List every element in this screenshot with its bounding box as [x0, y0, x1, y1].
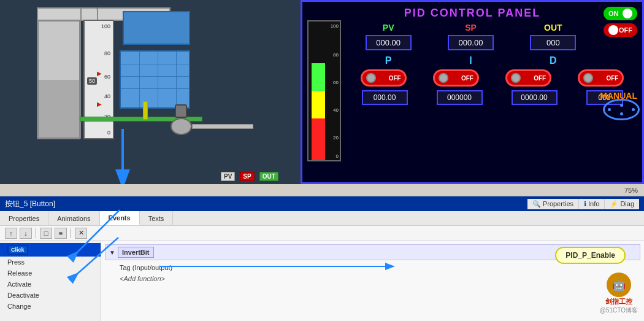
pipe-yellow — [143, 101, 148, 120]
logo-text-1: 剑指工控 — [605, 297, 632, 306]
bar-graph: 100 80 60 40 20 0 — [307, 20, 341, 161]
toolbar-copy-btn[interactable]: □ — [40, 228, 52, 239]
pid-pid-headers-row: P I D — [347, 55, 637, 66]
pid-enable-box: PID_P_Enable — [555, 247, 626, 264]
pipe-top2 — [37, 7, 82, 21]
tab-texts[interactable]: Texts — [140, 211, 174, 225]
bottom-panel: 75% 按钮_5 [Button] 🔍 Properties ℹ Info ⚡ … — [0, 184, 644, 321]
zoom-level: 75% — [624, 187, 638, 194]
hmi-screen-1 — [123, 11, 190, 45]
valve-actuator — [175, 104, 187, 118]
tank-body — [37, 20, 81, 139]
d-bottom-value[interactable]: 0000.00 — [512, 90, 558, 105]
p-btn-label: OFF — [389, 75, 401, 82]
p-bottom-value[interactable]: 000.00 — [362, 90, 408, 105]
on-toggle[interactable]: ON — [604, 7, 637, 20]
tree-collapse-arrow[interactable]: ▼ — [109, 249, 115, 256]
logo-icon: 🤖 — [607, 273, 631, 297]
sp-header: SP — [446, 23, 495, 33]
off-toggle-circle — [608, 25, 618, 35]
off-toggle[interactable]: OFF — [604, 23, 637, 37]
out-label: OUT — [259, 172, 278, 181]
toolbar-up-btn[interactable]: ↑ — [5, 228, 17, 239]
events-content-area: Click Press Release Activate Deactivate … — [0, 241, 644, 321]
info-right-tab[interactable]: ℹ Info — [578, 199, 604, 209]
diag-right-tab[interactable]: ⚡ Diag — [604, 199, 639, 209]
logo-text-2: @51CTO博客 — [600, 306, 638, 315]
hmi-pv-sp-out-labels: PV SP OUT — [221, 172, 278, 181]
p-btn-circle — [366, 73, 376, 83]
out-value[interactable]: 000 — [530, 35, 576, 50]
tag-arrow — [159, 260, 417, 273]
hmi-area: 100 80 60 ▶ ▶ 40 50 20 0 — [0, 0, 644, 184]
release-label: Release — [7, 269, 32, 277]
sp-value[interactable]: 000.00 — [448, 35, 494, 50]
change-label: Change — [7, 303, 31, 310]
toolbar-separator-1 — [36, 228, 36, 238]
diag-right-label: Diag — [620, 200, 634, 207]
event-release[interactable]: Release — [0, 268, 101, 279]
event-click[interactable]: Click — [0, 243, 101, 257]
hmi-screen-2 — [120, 50, 190, 109]
events-main-content: ▼ InvertBit Tag (Input/output) <Add func… — [101, 241, 644, 321]
valve-body — [171, 118, 192, 135]
on-toggle-circle — [623, 9, 632, 18]
logo-area: 🤖 剑指工控 @51CTO博客 — [600, 273, 638, 315]
tab-animations[interactable]: Animations — [48, 211, 99, 225]
p-button[interactable]: OFF — [361, 69, 407, 87]
sp-label: SP — [240, 172, 254, 181]
on-toggle-label: ON — [608, 10, 619, 17]
event-change[interactable]: Change — [0, 301, 101, 312]
i-label: I — [448, 55, 494, 66]
element-title-bar: 按钮_5 [Button] 🔍 Properties ℹ Info ⚡ Diag — [0, 196, 644, 211]
activate-label: Activate — [7, 280, 31, 288]
pipe-elbow — [80, 7, 98, 21]
event-activate[interactable]: Activate — [0, 279, 101, 290]
i-bottom-value[interactable]: 000000 — [437, 90, 483, 105]
props-tabs-bar: Properties Animations Events Texts — [0, 211, 644, 226]
tab-events[interactable]: Events — [100, 211, 140, 225]
i-btn-circle — [439, 73, 448, 83]
pv-value[interactable]: 000.00 — [366, 35, 412, 50]
toolbar-delete-btn[interactable]: ✕ — [75, 228, 87, 239]
pipe-after-valve — [192, 124, 253, 129]
press-label: Press — [7, 258, 25, 266]
off-toggle-label: OFF — [619, 26, 632, 34]
manual-button[interactable]: OFF — [578, 69, 624, 87]
tab-properties[interactable]: Properties — [0, 211, 48, 225]
p-label: P — [366, 55, 412, 66]
pid-buttons-row: OFF OFF OFF OFF — [347, 69, 637, 87]
d-label: D — [530, 55, 576, 66]
pid-bottom-values-row: 000.00 000000 0000.00 000 — [347, 90, 637, 105]
toolbar-paste-btn[interactable]: ≡ — [55, 228, 67, 239]
click-icon: Click — [7, 245, 28, 255]
tank-liquid — [39, 80, 79, 138]
d-button[interactable]: OFF — [505, 69, 551, 87]
d-btn-label: OFF — [534, 75, 546, 82]
pv-label: PV — [221, 172, 235, 181]
toolbar-down-btn[interactable]: ↓ — [20, 228, 32, 239]
bar-fill-green — [312, 63, 325, 91]
hmi-visualization: 100 80 60 ▶ ▶ 40 50 20 0 — [0, 0, 301, 184]
add-function-row[interactable]: <Add function> — [105, 273, 640, 284]
i-button[interactable]: OFF — [433, 69, 479, 87]
pid-control-panel: PID CONTROL PANEL ON OFF 100 80 60 40 20… — [301, 0, 644, 184]
pid-values-row: 000.00 000.00 000 — [347, 35, 637, 50]
bar-fill-yellow — [312, 91, 325, 118]
properties-right-tab[interactable]: 🔍 Properties — [527, 199, 578, 209]
add-function-label: <Add function> — [120, 275, 165, 282]
pid-panel-title: PID CONTROL PANEL — [307, 7, 637, 20]
info-right-label: Info — [588, 200, 599, 207]
event-deactivate[interactable]: Deactivate — [0, 290, 101, 301]
manual-btn-label: OFF — [606, 75, 618, 82]
event-press[interactable]: Press — [0, 257, 101, 268]
pv-header: PV — [364, 23, 413, 33]
manual-ellipse[interactable] — [603, 99, 640, 120]
pid-main-area: PV SP OUT 000.00 000.00 000 — [347, 23, 637, 50]
events-toolbar: ↑ ↓ □ ≡ ✕ — [0, 226, 644, 241]
zoom-bar: 75% — [0, 184, 644, 196]
toolbar-separator-2 — [71, 228, 71, 238]
pid-pid-section: P I D OFF OFF OFF — [347, 55, 637, 105]
props-tabs-group: Properties Animations Events Texts — [0, 211, 173, 225]
manual-btn-circle — [583, 73, 593, 83]
